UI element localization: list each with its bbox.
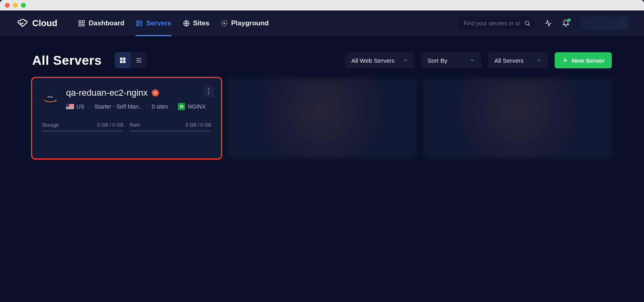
svg-rect-27	[66, 107, 74, 107]
sort-by-dropdown[interactable]: Sort By	[421, 52, 481, 68]
activity-icon	[544, 19, 552, 27]
region-label: US	[76, 103, 84, 110]
storage-bar	[42, 130, 124, 132]
grid-view-button[interactable]	[115, 52, 131, 68]
page-title: All Servers	[32, 53, 102, 68]
topbar-right	[458, 16, 628, 31]
svg-rect-0	[79, 21, 81, 23]
main-nav: Dashboard Servers Sites Playground	[78, 10, 268, 36]
svg-point-3	[83, 24, 85, 26]
playground-icon	[221, 20, 228, 27]
card-top: aws qa-reduan-ec2-nginx	[42, 88, 211, 110]
card-title-row: qa-reduan-ec2-nginx	[66, 88, 211, 98]
new-server-button[interactable]: New Server	[555, 52, 612, 68]
header-controls: All Web Servers Sort By All Servers New …	[345, 52, 612, 68]
activity-button[interactable]	[544, 19, 552, 27]
search-box[interactable]	[458, 17, 535, 30]
ram-stat: Ram 0 GB / 0 GB	[130, 122, 212, 132]
plan-meta: Starter - Self Man..	[94, 103, 141, 110]
provider-logo: aws	[42, 88, 59, 110]
notifications-button[interactable]	[562, 19, 570, 27]
storage-value: 0 GB / 0 GB	[97, 122, 124, 128]
ram-row: Ram 0 GB / 0 GB	[130, 122, 212, 128]
chevron-down-icon	[536, 58, 542, 63]
search-icon	[524, 20, 530, 27]
svg-rect-28	[66, 108, 74, 108]
svg-text:aws: aws	[47, 95, 53, 99]
server-card-blurred	[423, 78, 612, 158]
svg-rect-29	[66, 109, 74, 109]
plus-icon	[562, 57, 568, 64]
svg-point-11	[525, 21, 529, 25]
new-server-label: New Server	[572, 57, 605, 64]
nav-servers[interactable]: Servers	[136, 10, 171, 36]
status-error-badge	[152, 89, 159, 97]
svg-rect-14	[120, 61, 122, 63]
server-card[interactable]: aws qa-reduan-ec2-nginx	[32, 78, 221, 158]
filter-servers-label: All Servers	[494, 57, 524, 64]
meta-separator	[173, 104, 173, 109]
window-close-dot[interactable]	[5, 3, 10, 8]
logo-icon	[16, 17, 29, 30]
nav-dashboard[interactable]: Dashboard	[78, 10, 124, 36]
nav-playground[interactable]: Playground	[221, 10, 269, 36]
window-maximize-dot[interactable]	[21, 3, 26, 8]
nav-playground-label: Playground	[231, 19, 269, 27]
brand-logo[interactable]: Cloud	[16, 17, 57, 30]
list-icon	[135, 57, 142, 64]
card-stats: Storage 0 GB / 0 GB Ram 0 GB / 0 GB	[42, 122, 211, 132]
aws-icon: aws	[42, 94, 58, 104]
notification-indicator	[568, 18, 571, 22]
storage-label: Storage	[42, 122, 59, 128]
view-toggle	[115, 52, 147, 68]
webserver-label: NGINX	[188, 103, 205, 110]
grid-icon	[119, 57, 126, 64]
card-meta: US Starter - Self Man.. 0 sites N NGINX	[66, 103, 211, 110]
nav-sites-label: Sites	[193, 19, 210, 27]
dashboard-icon	[78, 20, 85, 27]
filter-web-servers-label: All Web Servers	[351, 57, 394, 64]
svg-rect-15	[123, 61, 125, 63]
brand-name: Cloud	[32, 18, 57, 29]
window-chrome	[0, 0, 644, 10]
svg-point-20	[208, 91, 209, 92]
window-minimize-dot[interactable]	[13, 3, 18, 8]
chevron-down-icon	[402, 58, 408, 63]
chevron-down-icon	[469, 58, 475, 63]
svg-rect-2	[79, 24, 81, 26]
nginx-icon: N	[178, 103, 185, 110]
server-cards-grid: aws qa-reduan-ec2-nginx	[32, 78, 612, 158]
app-root: Cloud Dashboard Servers Sites Playground	[0, 10, 644, 302]
list-view-button[interactable]	[131, 52, 147, 68]
filter-web-servers-dropdown[interactable]: All Web Servers	[345, 52, 415, 68]
sites-meta: 0 sites	[152, 103, 168, 110]
card-menu-button[interactable]	[203, 85, 214, 97]
ram-value: 0 GB / 0 GB	[186, 122, 212, 128]
search-input[interactable]	[464, 20, 520, 27]
us-flag-icon	[66, 104, 74, 109]
svg-point-10	[224, 23, 225, 24]
ram-bar	[130, 130, 212, 132]
svg-rect-1	[83, 21, 85, 23]
region-meta: US	[66, 103, 84, 110]
servers-icon	[136, 20, 143, 27]
content-header: All Servers All Web Servers Sort By	[32, 52, 612, 68]
svg-rect-30	[66, 104, 69, 107]
content: All Servers All Web Servers Sort By	[0, 36, 644, 175]
svg-rect-12	[120, 58, 122, 60]
globe-icon	[183, 20, 190, 27]
sort-by-label: Sort By	[427, 57, 447, 64]
server-name: qa-reduan-ec2-nginx	[66, 88, 148, 98]
server-card-blurred	[227, 78, 416, 158]
filter-servers-dropdown[interactable]: All Servers	[488, 52, 548, 68]
nav-sites[interactable]: Sites	[183, 10, 210, 36]
storage-stat: Storage 0 GB / 0 GB	[42, 122, 124, 132]
svg-point-7	[138, 25, 138, 25]
profile-area[interactable]	[580, 16, 628, 31]
ram-label: Ram	[130, 122, 140, 128]
x-icon	[153, 91, 157, 95]
meta-separator	[147, 104, 147, 109]
svg-rect-13	[123, 58, 125, 60]
card-info: qa-reduan-ec2-nginx	[66, 88, 211, 110]
nav-servers-label: Servers	[146, 19, 171, 27]
